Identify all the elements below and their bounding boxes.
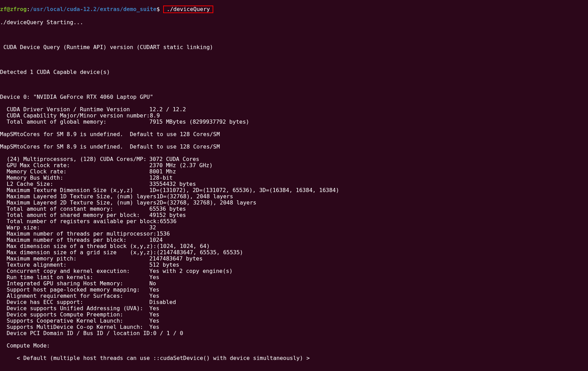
- device-property-row-value: 12.2 / 12.2: [149, 106, 186, 113]
- device-property-row-value: 2370 MHz (2.37 GHz): [149, 162, 213, 169]
- blank-line: [0, 57, 588, 63]
- device-property-row-key: Maximum Layered 1D Texture Size, (num) l…: [0, 193, 157, 200]
- device-property-row-key: Integrated GPU sharing Host Memory:: [0, 280, 149, 287]
- device-property-row: Maximum memory pitch:2147483647 bytes: [0, 256, 588, 262]
- output-device-name: Device 0: "NVIDIA GeForce RTX 4060 Lapto…: [0, 94, 588, 100]
- device-property-row-value: Yes: [149, 305, 159, 312]
- device-property-row-key: Memory Bus Width:: [0, 175, 149, 181]
- device-property-row-value: 2D=(32768, 32768), 2048 layers: [157, 200, 256, 206]
- prompt-line-1: zf@zfrog:/usr/local/cuda-12.2/extras/dem…: [0, 6, 588, 13]
- output-compute-mode-label: Compute Mode:: [0, 343, 588, 349]
- device-property-row: Maximum number of threads per multiproce…: [0, 231, 588, 237]
- device-property-row-key: Device supports Unified Addressing (UVA)…: [0, 305, 149, 312]
- device-property-row-value: No: [149, 280, 156, 287]
- device-property-row-key: Run time limit on kernels:: [0, 274, 149, 280]
- device-property-row-key: CUDA Driver Version / Runtime Version: [0, 106, 149, 113]
- device-property-row: Alignment requirement for Surfaces:Yes: [0, 293, 588, 299]
- device-property-row-key: Support host page-locked memory mapping:: [0, 287, 149, 293]
- device-property-row-value: 1536: [157, 231, 170, 237]
- device-property-row: Total amount of global memory:7915 MByte…: [0, 119, 588, 125]
- device-property-row-value: 33554432 bytes: [149, 181, 196, 187]
- device-property-row: Total amount of shared memory per block:…: [0, 212, 588, 218]
- blank-line: [0, 32, 588, 38]
- device-property-row: Maximum number of threads per block:1024: [0, 237, 588, 243]
- output-mapsm-2: MapSMtoCores for SM 8.9 is undefined. De…: [0, 144, 588, 150]
- device-property-row: Warp size:32: [0, 225, 588, 231]
- device-property-row-value: 0 / 1 / 0: [153, 330, 183, 336]
- device-property-row: Support host page-locked memory mapping:…: [0, 287, 588, 293]
- device-property-row: GPU Max Clock rate:2370 MHz (2.37 GHz): [0, 162, 588, 169]
- command-text: ./deviceQuery: [167, 6, 210, 12]
- prompt-dollar: $: [157, 6, 163, 12]
- device-property-row: Device supports Compute Preemption:Yes: [0, 312, 588, 318]
- device-property-row-key: Memory Clock rate:: [0, 169, 149, 175]
- device-property-row-key: Max dimension size of a thread block (x,…: [0, 243, 157, 249]
- device-property-row: Device PCI Domain ID / Bus ID / location…: [0, 330, 588, 336]
- device-property-row-key: Warp size:: [0, 225, 149, 231]
- device-property-row-value: 1D=(131072), 2D=(131072, 65536), 3D=(163…: [149, 187, 339, 193]
- device-property-row: Total number of registers available per …: [0, 218, 588, 225]
- device-property-row: Max dimension size of a thread block (x,…: [0, 243, 588, 249]
- device-property-row-key: Maximum memory pitch:: [0, 256, 149, 262]
- device-property-row-key: Supports Cooperative Kernel Launch:: [0, 318, 149, 324]
- output-starting: ./deviceQuery Starting...: [0, 19, 588, 26]
- device-property-row-value: (2147483647, 65535, 65535): [157, 249, 243, 256]
- device-property-row-key: Alignment requirement for Surfaces:: [0, 293, 149, 299]
- device-property-row-key: Maximum number of threads per block:: [0, 237, 149, 243]
- device-property-row-value: 7915 MBytes (8299937792 bytes): [149, 119, 249, 125]
- device-property-row-key: Total amount of shared memory per block:: [0, 212, 149, 218]
- prompt-user: zf@zfrog: [0, 6, 27, 12]
- device-property-row: Memory Clock rate:8001 Mhz: [0, 169, 588, 175]
- device-property-row-value: Yes: [149, 318, 159, 324]
- device-property-row-value: 1D=(32768), 2048 layers: [157, 193, 233, 200]
- prompt-colon: :: [27, 6, 30, 12]
- device-property-row: Maximum Texture Dimension Size (x,y,z)1D…: [0, 187, 588, 193]
- device-property-row: Memory Bus Width:128-bit: [0, 175, 588, 181]
- device-property-row: Supports MultiDevice Co-op Kernel Launch…: [0, 324, 588, 330]
- device-property-row-key: Texture alignment:: [0, 262, 149, 268]
- device-property-row: CUDA Capability Major/Minor version numb…: [0, 113, 588, 119]
- device-property-row-value: Yes with 2 copy engine(s): [149, 268, 233, 274]
- device-property-row: Maximum Layered 1D Texture Size, (num) l…: [0, 193, 588, 200]
- device-property-row: Run time limit on kernels:Yes: [0, 274, 588, 280]
- device-property-row-value: 32: [149, 225, 156, 231]
- command-highlight-box: ./deviceQuery: [163, 6, 213, 13]
- device-property-row-value: Yes: [149, 312, 159, 318]
- device-property-row-key: Device supports Compute Preemption:: [0, 312, 149, 318]
- device-property-row-key: Total amount of constant memory:: [0, 206, 149, 212]
- device-property-row-value: Yes: [149, 274, 159, 280]
- device-property-row-value: 8.9: [150, 113, 160, 119]
- device-property-row-key: Device has ECC support:: [0, 299, 149, 305]
- device-property-row-value: Yes: [149, 324, 159, 330]
- device-property-row-value: (1024, 1024, 64): [157, 243, 210, 249]
- blank-line: [0, 368, 588, 371]
- device-property-row: (24) Multiprocessors, (128) CUDA Cores/M…: [0, 156, 588, 162]
- device-property-row-key: Device PCI Domain ID / Bus ID / location…: [0, 330, 153, 336]
- terminal-output[interactable]: zf@zfrog:/usr/local/cuda-12.2/extras/dem…: [0, 0, 588, 371]
- device-property-row: Texture alignment:512 bytes: [0, 262, 588, 268]
- output-detected: Detected 1 CUDA Capable device(s): [0, 69, 588, 75]
- device-property-row-key: GPU Max Clock rate:: [0, 162, 149, 169]
- output-compute-mode-value: < Default (multiple host threads can use…: [0, 355, 588, 361]
- device-property-row-value: 65536: [160, 218, 176, 225]
- device-property-row-key: Concurrent copy and kernel execution:: [0, 268, 149, 274]
- device-property-row-key: Total amount of global memory:: [0, 119, 149, 125]
- device-property-row-key: Maximum Texture Dimension Size (x,y,z): [0, 187, 149, 193]
- device-property-row-key: Maximum Layered 2D Texture Size, (num) l…: [0, 200, 157, 206]
- device-property-row-key: Total number of registers available per …: [0, 218, 160, 225]
- device-property-row: Max dimension size of a grid size (x,y,z…: [0, 249, 588, 256]
- device-property-row-value: 2147483647 bytes: [149, 256, 203, 262]
- device-property-row-value: Yes: [149, 293, 159, 299]
- device-property-row-value: Disabled: [149, 299, 176, 305]
- device-property-row-value: 3072 CUDA Cores: [149, 156, 199, 162]
- device-property-row-value: Yes: [149, 287, 159, 293]
- device-property-row: Device has ECC support:Disabled: [0, 299, 588, 305]
- device-property-row: Total amount of constant memory:65536 by…: [0, 206, 588, 212]
- device-property-row-key: Supports MultiDevice Co-op Kernel Launch…: [0, 324, 149, 330]
- device-property-row-key: L2 Cache Size:: [0, 181, 149, 187]
- device-property-row-value: 8001 Mhz: [149, 169, 176, 175]
- device-property-row: Device supports Unified Addressing (UVA)…: [0, 305, 588, 312]
- device-property-row: CUDA Driver Version / Runtime Version12.…: [0, 106, 588, 113]
- device-property-row-value: 128-bit: [149, 175, 172, 181]
- device-property-row: Maximum Layered 2D Texture Size, (num) l…: [0, 200, 588, 206]
